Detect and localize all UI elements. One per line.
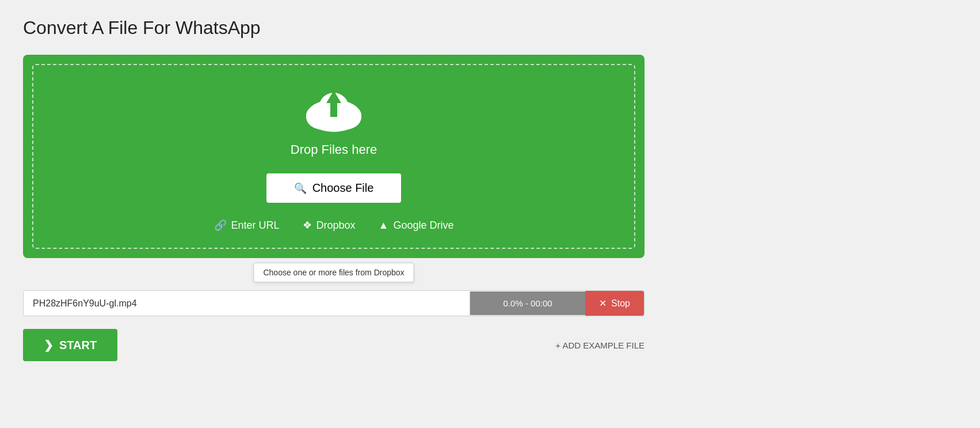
dropbox-tooltip: Choose one or more files from Dropbox: [253, 263, 414, 282]
drop-zone[interactable]: Drop Files here 🔍 Choose File 🔗 Enter UR…: [32, 64, 635, 249]
google-drive-button[interactable]: ▲ Google Drive: [379, 219, 454, 232]
dropbox-button[interactable]: ❖ Dropbox: [303, 219, 356, 232]
link-icon: 🔗: [214, 219, 227, 232]
stop-button[interactable]: ✕ Stop: [585, 291, 644, 316]
enter-url-label: Enter URL: [231, 219, 280, 232]
bottom-row: ❯ START + ADD EXAMPLE FILE: [23, 329, 645, 361]
add-example-file-button[interactable]: + ADD EXAMPLE FILE: [555, 340, 645, 350]
chevron-right-icon: ❯: [44, 338, 54, 352]
enter-url-button[interactable]: 🔗 Enter URL: [214, 219, 280, 232]
start-label: START: [59, 339, 97, 352]
upload-cloud-icon: [302, 82, 365, 134]
choose-file-button[interactable]: 🔍 Choose File: [266, 173, 402, 203]
search-icon: 🔍: [294, 182, 307, 195]
file-row: PH28zHF6nY9uU-gl.mp4 0.0% - 00:00 ✕ Stop: [23, 290, 645, 316]
tooltip-text: Choose one or more files from Dropbox: [263, 268, 404, 277]
close-icon: ✕: [599, 298, 607, 309]
start-button[interactable]: ❯ START: [23, 329, 117, 361]
google-drive-icon: ▲: [379, 219, 389, 232]
upload-area: Drop Files here 🔍 Choose File 🔗 Enter UR…: [23, 55, 645, 258]
dropbox-icon: ❖: [303, 219, 312, 232]
progress-bar: 0.0% - 00:00: [470, 291, 585, 315]
url-options-row: 🔗 Enter URL ❖ Dropbox ▲ Google Drive: [214, 219, 454, 232]
page-title: Convert A File For WhatsApp: [23, 17, 957, 39]
choose-file-label: Choose File: [312, 181, 374, 195]
drop-text: Drop Files here: [291, 142, 377, 157]
dropbox-label: Dropbox: [317, 219, 356, 232]
google-drive-label: Google Drive: [393, 219, 453, 232]
file-name: PH28zHF6nY9uU-gl.mp4: [24, 291, 470, 316]
add-example-label: + ADD EXAMPLE FILE: [555, 340, 645, 350]
stop-label: Stop: [611, 298, 630, 309]
